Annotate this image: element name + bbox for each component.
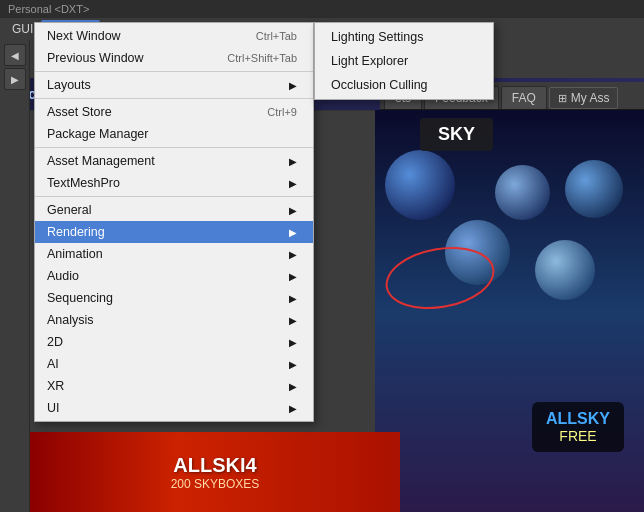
audio-arrow: ▶ (289, 271, 297, 282)
bottom-bar: ALLSKI4 200 SKYBOXES (30, 432, 400, 512)
menu-animation-label: Animation (47, 247, 103, 261)
menu-xr-label: XR (47, 379, 64, 393)
2d-arrow: ▶ (289, 337, 297, 348)
separator-2 (35, 98, 313, 99)
bottom-subtitle: 200 SKYBOXES (171, 477, 260, 491)
sky-text: SKY (438, 124, 475, 144)
panel-expand-btn[interactable]: ▶ (4, 68, 26, 90)
menu-analysis[interactable]: Analysis ▶ (35, 309, 313, 331)
allsky-free: FREE (546, 428, 610, 444)
menu-layouts[interactable]: Layouts ▶ (35, 74, 313, 96)
menu-package-manager[interactable]: Package Manager (35, 123, 313, 145)
menu-next-window-label: Next Window (47, 29, 121, 43)
layouts-arrow: ▶ (289, 80, 297, 91)
title-bar: Personal <DXT> (0, 0, 644, 18)
menu-asset-store[interactable]: Asset Store Ctrl+9 (35, 101, 313, 123)
orb-2 (445, 220, 510, 285)
tab-myassets[interactable]: ⊞ My Ass (549, 87, 619, 109)
rendering-arrow: ▶ (289, 227, 297, 238)
separator-1 (35, 71, 313, 72)
menu-prev-window-label: Previous Window (47, 51, 144, 65)
menu-general[interactable]: General ▶ (35, 199, 313, 221)
menu-2d-label: 2D (47, 335, 63, 349)
menu-asset-store-shortcut: Ctrl+9 (267, 106, 297, 118)
menu-textmeshpro[interactable]: TextMeshPro ▶ (35, 172, 313, 194)
tab-faq[interactable]: FAQ (501, 86, 547, 109)
menu-layouts-label: Layouts (47, 78, 91, 92)
menu-ui-label: UI (47, 401, 60, 415)
general-arrow: ▶ (289, 205, 297, 216)
ui-arrow: ▶ (289, 403, 297, 414)
orb-3 (495, 165, 550, 220)
bottom-bar-content: ALLSKI4 200 SKYBOXES (171, 454, 260, 491)
allsky-badge: ALLSKY FREE (532, 402, 624, 452)
separator-3 (35, 147, 313, 148)
panel-collapse-btn[interactable]: ◀ (4, 44, 26, 66)
menu-prev-window-shortcut: Ctrl+Shift+Tab (227, 52, 297, 64)
allsky-brand: ALLSKY (546, 410, 610, 428)
menu-xr[interactable]: XR ▶ (35, 375, 313, 397)
ai-arrow: ▶ (289, 359, 297, 370)
separator-4 (35, 196, 313, 197)
menu-2d[interactable]: 2D ▶ (35, 331, 313, 353)
menu-asset-store-label: Asset Store (47, 105, 112, 119)
rendering-submenu: Lighting Settings Light Explorer Occlusi… (314, 22, 494, 100)
menu-ui[interactable]: UI ▶ (35, 397, 313, 419)
window-dropdown: Next Window Ctrl+Tab Previous Window Ctr… (34, 22, 314, 422)
asset-management-arrow: ▶ (289, 156, 297, 167)
sky-label: SKY (420, 118, 493, 151)
orb-5 (565, 160, 623, 218)
menu-package-manager-label: Package Manager (47, 127, 148, 141)
xr-arrow: ▶ (289, 381, 297, 392)
menu-analysis-label: Analysis (47, 313, 94, 327)
menu-sequencing-label: Sequencing (47, 291, 113, 305)
menu-prev-window[interactable]: Previous Window Ctrl+Shift+Tab (35, 47, 313, 69)
orb-4 (535, 240, 595, 300)
title-text: Personal <DXT> (8, 3, 89, 15)
submenu-occlusion-culling[interactable]: Occlusion Culling (315, 73, 493, 97)
animation-arrow: ▶ (289, 249, 297, 260)
menu-sequencing[interactable]: Sequencing ▶ (35, 287, 313, 309)
orb-1 (385, 150, 455, 220)
box-icon: ⊞ (558, 92, 567, 105)
submenu-lighting-settings[interactable]: Lighting Settings (315, 25, 493, 49)
menu-asset-management-label: Asset Management (47, 154, 155, 168)
menu-audio-label: Audio (47, 269, 79, 283)
menu-animation[interactable]: Animation ▶ (35, 243, 313, 265)
menu-asset-management[interactable]: Asset Management ▶ (35, 150, 313, 172)
menu-textmeshpro-label: TextMeshPro (47, 176, 120, 190)
menu-audio[interactable]: Audio ▶ (35, 265, 313, 287)
menu-next-window-shortcut: Ctrl+Tab (256, 30, 297, 42)
menu-rendering[interactable]: Rendering ▶ (35, 221, 313, 243)
textmeshpro-arrow: ▶ (289, 178, 297, 189)
menu-ai-label: AI (47, 357, 59, 371)
menu-next-window[interactable]: Next Window Ctrl+Tab (35, 25, 313, 47)
menu-rendering-label: Rendering (47, 225, 105, 239)
bottom-title: ALLSKI4 (171, 454, 260, 477)
submenu-light-explorer[interactable]: Light Explorer (315, 49, 493, 73)
menu-general-label: General (47, 203, 91, 217)
tab-myassets-label: My Ass (571, 91, 610, 105)
analysis-arrow: ▶ (289, 315, 297, 326)
left-panel: ◀ ▶ (0, 40, 30, 512)
menu-ai[interactable]: AI ▶ (35, 353, 313, 375)
sequencing-arrow: ▶ (289, 293, 297, 304)
